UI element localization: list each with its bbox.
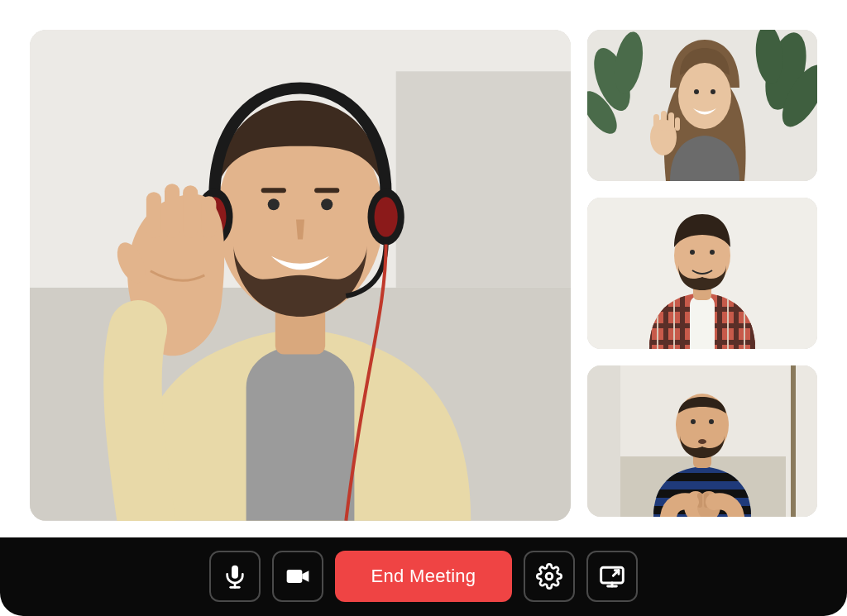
svg-rect-73	[286, 570, 302, 583]
svg-rect-53	[791, 365, 796, 517]
person-clasped-hands-icon	[587, 365, 817, 517]
svg-rect-16	[183, 185, 198, 237]
camera-button[interactable]	[272, 551, 323, 602]
svg-point-51	[710, 250, 715, 255]
meeting-toolbar: End Meeting	[0, 537, 847, 616]
svg-point-74	[546, 573, 553, 580]
participant-thumbnails	[587, 30, 817, 521]
svg-point-26	[678, 63, 731, 129]
svg-point-61	[691, 419, 696, 424]
svg-rect-8	[261, 188, 286, 193]
microphone-icon	[222, 563, 248, 590]
svg-rect-2	[396, 71, 571, 288]
svg-rect-31	[661, 111, 667, 131]
svg-rect-54	[587, 365, 620, 517]
svg-rect-70	[232, 566, 238, 579]
person-plaid-shirt-icon	[587, 198, 817, 349]
participant-thumbnail-2[interactable]	[587, 198, 817, 349]
gear-icon	[536, 563, 562, 590]
svg-rect-14	[146, 192, 161, 237]
svg-rect-15	[165, 184, 179, 237]
svg-rect-17	[201, 196, 216, 237]
svg-point-63	[698, 439, 706, 444]
svg-point-6	[268, 198, 280, 210]
settings-button[interactable]	[524, 551, 575, 602]
end-meeting-label: End Meeting	[371, 566, 476, 587]
svg-rect-33	[675, 117, 680, 131]
participant-thumbnail-1[interactable]	[587, 30, 817, 181]
svg-point-13	[375, 197, 398, 236]
participant-thumbnail-3[interactable]	[587, 365, 817, 517]
svg-point-7	[321, 198, 333, 210]
screen-share-button[interactable]	[586, 551, 638, 602]
svg-rect-9	[314, 188, 339, 193]
main-participant-video[interactable]	[30, 30, 571, 521]
svg-point-27	[694, 89, 699, 94]
screen-share-icon	[599, 563, 625, 590]
svg-point-28	[711, 89, 715, 94]
svg-rect-32	[668, 112, 674, 131]
end-meeting-button[interactable]: End Meeting	[335, 551, 513, 602]
svg-rect-30	[653, 114, 659, 131]
svg-point-50	[690, 250, 695, 255]
microphone-button[interactable]	[209, 551, 261, 602]
svg-point-62	[709, 419, 714, 424]
person-waving-woman-icon	[587, 30, 817, 181]
video-grid	[0, 0, 847, 537]
camera-icon	[285, 563, 311, 590]
video-conference-window: End Meeting	[0, 0, 847, 616]
person-waving-headset-icon	[30, 30, 571, 521]
